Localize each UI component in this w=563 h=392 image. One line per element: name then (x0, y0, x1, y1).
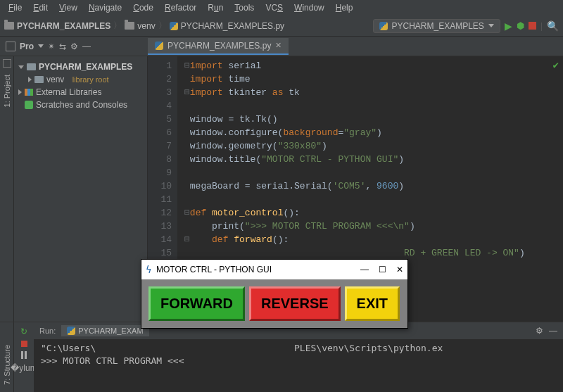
tkinter-window[interactable]: ϟ MOTOR CTRL - PYTHON GUI — ☐ ✕ FORWARD … (141, 259, 408, 329)
close-button[interactable]: ✕ (396, 265, 403, 274)
chevron-down-icon (488, 24, 494, 27)
tree-scratches[interactable]: Scratches and Consoles (17, 99, 144, 111)
menu-navigate[interactable]: Navigate (83, 1, 127, 15)
project-tree[interactable]: PYCHARM_EXAMPLES venv library root Exter… (14, 56, 148, 322)
forward-button[interactable]: FORWARD (148, 286, 245, 321)
breadcrumb-folder[interactable]: venv (125, 21, 155, 31)
library-icon (25, 89, 33, 96)
project-tool-label: Pro (20, 42, 34, 51)
minimize-button[interactable]: — (360, 265, 369, 274)
tkinter-body: FORWARD REVERSE EXIT (141, 279, 407, 328)
folder-icon (4, 22, 14, 30)
menu-edit[interactable]: Edit (27, 1, 53, 15)
menu-refactor[interactable]: Refactor (159, 1, 202, 15)
folder-icon (34, 76, 44, 83)
folder-icon (27, 63, 36, 70)
chevron-right-icon: 〉 (113, 20, 122, 32)
inspection-ok-icon: ✔ (553, 59, 559, 71)
breadcrumb-file[interactable]: PYCHARM_EXAMPLES.py (170, 21, 284, 31)
select-opened-file-button[interactable]: ✴ (48, 42, 55, 51)
editor-tab-label: PYCHARM_EXAMPLES.py (167, 41, 271, 51)
exit-button[interactable]: EXIT (345, 286, 400, 321)
stop-button[interactable] (529, 22, 536, 30)
run-configuration-selector[interactable]: PYCHARM_EXAMPLES (373, 19, 500, 33)
run-button[interactable]: ▶ (505, 20, 512, 32)
hide-button[interactable]: — (82, 42, 91, 51)
chevron-down-icon[interactable] (38, 44, 44, 48)
breadcrumb: PYCHARM_EXAMPLES 〉 venv 〉 PYCHARM_EXAMPL… (4, 20, 369, 32)
editor-tab[interactable]: PYCHARM_EXAMPLES.py ✕ (148, 38, 289, 55)
project-tool-tab[interactable]: 1: Project (1, 70, 13, 111)
menu-vcs[interactable]: VCS (260, 1, 289, 15)
project-view-icon[interactable] (6, 42, 15, 51)
menu-code[interactable]: Code (127, 1, 159, 15)
search-everywhere-button[interactable]: 🔍 (547, 20, 559, 32)
scratches-icon (25, 101, 33, 109)
hide-button[interactable]: — (549, 326, 557, 336)
run-controls: ↻ �ylum (14, 322, 34, 392)
expand-arrow-icon[interactable] (28, 77, 32, 82)
menu-window[interactable]: Window (289, 1, 330, 15)
reverse-button[interactable]: REVERSE (249, 286, 341, 321)
run-label: Run: (39, 327, 56, 335)
tk-feather-icon: ϟ (146, 265, 152, 275)
maximize-button[interactable]: ☐ (379, 265, 386, 274)
stop-process-button[interactable] (21, 341, 27, 347)
tool-window-header: Pro ✴ ⇆ ⚙ — PYCHARM_EXAMPLES.py ✕ (0, 37, 563, 56)
tkinter-title-text: MOTOR CTRL - PYTHON GUI (156, 265, 272, 274)
python-icon (155, 42, 163, 50)
expand-arrow-icon[interactable] (18, 89, 22, 95)
collapse-all-button[interactable]: ⇆ (59, 42, 66, 51)
gear-icon[interactable]: ⚙ (536, 326, 543, 336)
left-bottom-gutter: 7: Structure (0, 322, 14, 392)
folder-icon (125, 22, 134, 30)
project-tab-icon[interactable] (3, 59, 11, 68)
rerun-button[interactable]: ↻ (20, 327, 27, 336)
navigation-toolbar: PYCHARM_EXAMPLES 〉 venv 〉 PYCHARM_EXAMPL… (0, 15, 563, 37)
chevron-right-icon: 〉 (158, 20, 167, 32)
menu-run[interactable]: Run (202, 1, 229, 15)
close-tab-button[interactable]: ✕ (275, 41, 282, 50)
menu-view[interactable]: View (53, 1, 83, 15)
run-process-tab[interactable]: PYCHARM_EXAM (61, 325, 148, 336)
tree-external-libraries[interactable]: External Libraries (17, 86, 144, 99)
python-icon (67, 327, 75, 335)
python-icon (379, 22, 388, 30)
pause-button[interactable] (21, 351, 27, 359)
menu-file[interactable]: File (3, 1, 27, 15)
run-console[interactable]: "C:\Users\ PLES\venv\Scripts\python.ex >… (34, 339, 563, 392)
run-tool-window: 7: Structure ↻ �ylum Run: PYCHARM_EXAM ⚙… (0, 322, 563, 392)
menu-bar: File Edit View Navigate Code Refactor Ru… (0, 0, 563, 15)
tree-venv[interactable]: venv library root (17, 73, 144, 86)
menu-tools[interactable]: Tools (229, 1, 260, 15)
gear-icon[interactable]: ⚙ (70, 42, 78, 51)
tree-project-root[interactable]: PYCHARM_EXAMPLES (17, 61, 144, 73)
debug-button[interactable]: ⬢ (517, 20, 524, 31)
python-icon (170, 22, 178, 30)
tkinter-titlebar[interactable]: ϟ MOTOR CTRL - PYTHON GUI — ☐ ✕ (141, 260, 407, 279)
breadcrumb-project[interactable]: PYCHARM_EXAMPLES (4, 21, 110, 31)
structure-tool-tab[interactable]: 7: Structure (1, 341, 13, 389)
expand-arrow-icon[interactable] (18, 65, 24, 69)
left-gutter: 1: Project (0, 56, 14, 322)
menu-help[interactable]: Help (330, 1, 359, 15)
